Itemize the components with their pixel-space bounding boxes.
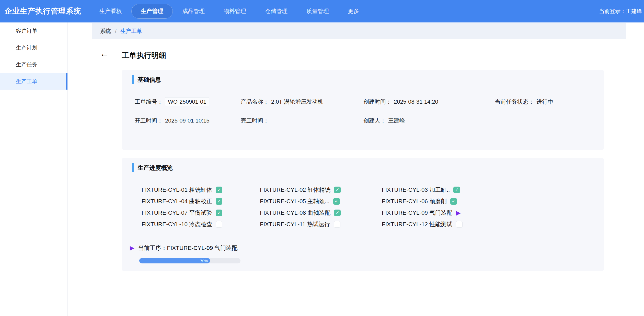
process-item: FIXTURE-CYL-05 主轴颈...✓	[260, 196, 382, 207]
process-label: FIXTURE-CYL-01 粗铣缸体	[142, 186, 212, 194]
field-value: 2.0T 涡轮增压发动机	[271, 99, 323, 105]
check-icon[interactable]: ✓	[216, 187, 222, 193]
progress-percent-label: 70%	[200, 259, 208, 263]
check-icon[interactable]: ✓	[216, 198, 222, 205]
process-item: FIXTURE-CYL-08 曲轴装配✓	[260, 207, 382, 218]
progress-overview-title: 生产进度概览	[137, 164, 173, 172]
checkbox-empty-icon[interactable]	[216, 221, 222, 228]
process-label: FIXTURE-CYL-06 颈磨削	[382, 197, 447, 205]
sidebar: 客户订单 生产计划 生产任务 生产工单	[0, 22, 68, 316]
field-task-status: 当前任务状态：进行中	[495, 98, 604, 106]
field-creator: 创建人：王建峰	[363, 117, 495, 125]
current-user-label: 当前登录：王建峰	[599, 8, 642, 15]
field-value: 2025-09-01 10:15	[165, 117, 210, 124]
progress-bar-fill: 70%	[139, 258, 210, 263]
process-item: FIXTURE-CYL-12 性能测试	[382, 218, 604, 230]
sidebar-item-production-plan[interactable]: 生产计划	[0, 39, 67, 56]
app-title: 企业生产执行管理系统	[5, 6, 81, 16]
nav-item-quality[interactable]: 质量管理	[297, 4, 338, 19]
field-created-time: 创建时间：2025-08-31 14:20	[363, 98, 495, 106]
checkbox-empty-icon[interactable]	[334, 221, 340, 228]
basic-info-title: 基础信息	[137, 76, 161, 84]
progress-overview-header: 生产进度概览	[122, 158, 604, 172]
field-start-time: 开工时间：2025-09-01 10:15	[135, 117, 241, 125]
current-process-label: 当前工序：FIXTURE-CYL-09 气门装配	[138, 244, 238, 252]
play-icon: ▶	[130, 245, 134, 251]
field-work-order-no: 工单编号：WO-250901-01	[135, 98, 241, 106]
status-value: 进行中	[536, 99, 553, 105]
field-product-name: 产品名称：2.0T 涡轮增压发动机	[241, 98, 363, 106]
process-label: FIXTURE-CYL-10 冷态检查	[142, 220, 212, 228]
process-label: FIXTURE-CYL-02 缸体精铣	[260, 186, 330, 194]
breadcrumb-root[interactable]: 系统	[100, 28, 111, 35]
back-arrow-icon[interactable]: ←	[100, 49, 109, 58]
process-item: FIXTURE-CYL-11 热试运行	[260, 218, 382, 230]
check-icon[interactable]: ✓	[333, 198, 340, 205]
check-icon[interactable]: ✓	[334, 187, 341, 193]
process-label: FIXTURE-CYL-08 曲轴装配	[260, 209, 330, 217]
breadcrumb-separator: /	[115, 28, 117, 34]
accent-bar-icon	[132, 75, 134, 84]
field-label: 完工时间：	[241, 117, 269, 124]
sidebar-item-customer-orders[interactable]: 客户订单	[0, 22, 67, 39]
page-title: 工单执行明细	[122, 51, 166, 61]
process-label: FIXTURE-CYL-09 气门装配	[382, 209, 452, 217]
field-label: 工单编号：	[135, 99, 163, 105]
field-label: 开工时间：	[135, 117, 163, 124]
field-label: 创建人：	[363, 117, 386, 124]
process-item: FIXTURE-CYL-07 平衡试验✓	[142, 207, 260, 218]
field-value: —	[271, 117, 277, 124]
process-grid: FIXTURE-CYL-01 粗铣缸体✓ FIXTURE-CYL-02 缸体精铣…	[122, 175, 604, 230]
process-label: FIXTURE-CYL-12 性能测试	[382, 220, 452, 228]
check-icon[interactable]: ✓	[216, 210, 222, 216]
check-icon[interactable]: ✓	[450, 198, 457, 205]
process-item: FIXTURE-CYL-01 粗铣缸体✓	[142, 184, 260, 196]
process-label: FIXTURE-CYL-05 主轴颈...	[260, 197, 330, 205]
process-label: FIXTURE-CYL-03 加工缸..	[382, 186, 450, 194]
basic-info-card: 基础信息 工单编号：WO-250901-01 产品名称：2.0T 涡轮增压发动机…	[122, 70, 604, 150]
sidebar-item-production-tasks[interactable]: 生产任务	[0, 56, 67, 73]
process-label: FIXTURE-CYL-04 曲轴校正	[142, 197, 212, 205]
process-label: FIXTURE-CYL-07 平衡试验	[142, 209, 212, 217]
field-value: 王建峰	[388, 117, 405, 124]
accent-bar-icon	[132, 163, 134, 172]
current-process-line: ▶ 当前工序：FIXTURE-CYL-09 气门装配	[130, 244, 238, 252]
basic-info-fields: 工单编号：WO-250901-01 产品名称：2.0T 涡轮增压发动机 创建时间…	[122, 87, 604, 125]
check-icon[interactable]: ✓	[453, 187, 460, 193]
main-content: 系统 / 生产工单 ← 工单执行明细 基础信息 工单编号：WO-250901-0…	[68, 22, 644, 316]
field-finish-time: 完工时间：—	[241, 117, 363, 125]
breadcrumb-current[interactable]: 生产工单	[121, 28, 142, 35]
process-label: FIXTURE-CYL-11 热试运行	[260, 220, 330, 228]
field-value: 2025-08-31 14:20	[394, 99, 438, 105]
process-item: FIXTURE-CYL-10 冷态检查	[142, 218, 260, 230]
nav-item-finished-goods[interactable]: 成品管理	[173, 4, 214, 19]
nav-item-production-board[interactable]: 生产看板	[90, 4, 131, 19]
field-value: WO-250901-01	[165, 97, 209, 106]
nav-item-production-management[interactable]: 生产管理	[131, 4, 173, 19]
process-item: FIXTURE-CYL-02 缸体精铣✓	[260, 184, 382, 196]
progress-bar-track: 70%	[139, 258, 240, 263]
nav-item-more[interactable]: 更多	[338, 4, 369, 19]
field-label: 创建时间：	[363, 99, 392, 105]
breadcrumb-bar: 系统 / 生产工单	[92, 23, 626, 39]
field-label: 产品名称：	[241, 99, 269, 105]
field-label: 当前任务状态：	[495, 99, 534, 105]
progress-overview-card: 生产进度概览 FIXTURE-CYL-01 粗铣缸体✓ FIXTURE-CYL-…	[122, 158, 604, 271]
process-item: FIXTURE-CYL-03 加工缸..✓	[382, 184, 604, 196]
process-item: FIXTURE-CYL-09 气门装配▶	[382, 207, 604, 218]
checkbox-empty-icon[interactable]	[456, 221, 463, 228]
nav-item-warehouse[interactable]: 仓储管理	[256, 4, 297, 19]
breadcrumb: 系统 / 生产工单	[100, 28, 142, 35]
top-navigation-bar: 企业生产执行管理系统 生产看板 生产管理 成品管理 物料管理 仓储管理 质量管理…	[0, 0, 644, 22]
process-item: FIXTURE-CYL-04 曲轴校正✓	[142, 196, 260, 207]
main-nav: 生产看板 生产管理 成品管理 物料管理 仓储管理 质量管理 更多	[90, 4, 369, 19]
process-item: FIXTURE-CYL-06 颈磨削✓	[382, 196, 604, 207]
play-icon[interactable]: ▶	[456, 210, 461, 216]
nav-item-materials[interactable]: 物料管理	[214, 4, 256, 19]
sidebar-item-work-orders[interactable]: 生产工单	[0, 73, 67, 90]
basic-info-header: 基础信息	[122, 70, 604, 84]
check-icon[interactable]: ✓	[334, 210, 341, 216]
